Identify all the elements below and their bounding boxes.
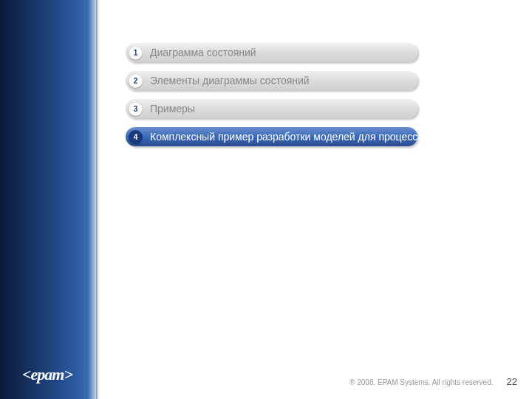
sidebar-divider — [96, 0, 98, 399]
agenda-list: 1 Диаграмма состояний 2 Элементы диаграм… — [126, 43, 417, 155]
page-number: 22 — [507, 376, 517, 387]
agenda-badge: 2 — [129, 74, 143, 88]
agenda-label: Комплексный пример разработки моделей дл… — [150, 131, 423, 143]
agenda-label: Диаграмма состояний — [150, 47, 256, 58]
sidebar-gradient — [0, 0, 100, 399]
agenda-item-1: 1 Диаграмма состояний — [126, 43, 417, 62]
agenda-badge: 3 — [129, 102, 143, 116]
agenda-label: Элементы диаграммы состояний — [150, 75, 310, 86]
agenda-item-4-active: 4 Комплексный пример разработки моделей … — [126, 127, 417, 146]
footer: ® 2008. EPAM Systems. All rights reserve… — [349, 376, 517, 387]
agenda-badge: 1 — [129, 46, 143, 60]
copyright-text: ® 2008. EPAM Systems. All rights reserve… — [349, 378, 493, 386]
agenda-item-2: 2 Элементы диаграммы состояний — [126, 71, 417, 90]
agenda-item-3: 3 Примеры — [126, 99, 417, 118]
agenda-badge: 4 — [129, 130, 143, 144]
agenda-label: Примеры — [150, 103, 195, 115]
epam-logo: <epam> — [22, 365, 72, 384]
